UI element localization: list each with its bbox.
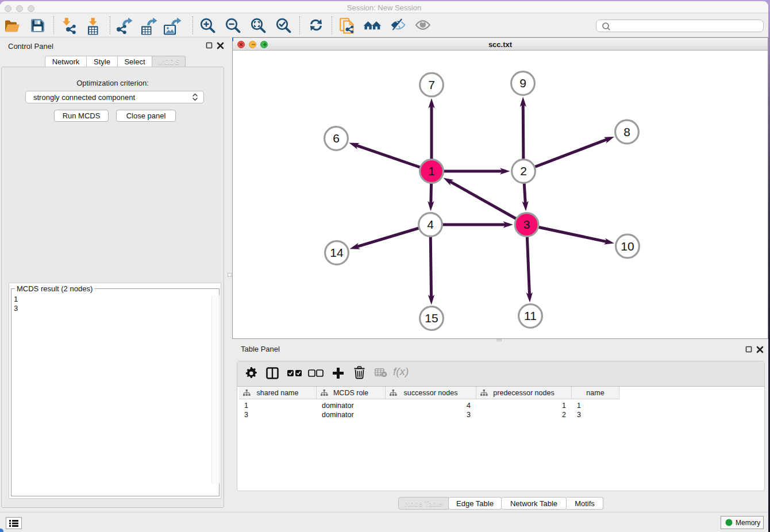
svg-text:8: 8 (623, 125, 630, 138)
svg-text:11: 11 (524, 309, 537, 322)
svg-text:f(x): f(x) (393, 366, 409, 377)
svg-text:10: 10 (621, 240, 634, 253)
svg-text:6: 6 (333, 132, 340, 145)
svg-text:7: 7 (428, 78, 435, 91)
svg-text:3: 3 (523, 218, 530, 231)
svg-text:15: 15 (425, 311, 438, 325)
svg-text:9: 9 (519, 76, 526, 90)
svg-text:14: 14 (330, 246, 344, 259)
svg-text:1: 1 (428, 164, 435, 178)
svg-text:2: 2 (520, 164, 527, 178)
svg-text:4: 4 (427, 218, 434, 231)
